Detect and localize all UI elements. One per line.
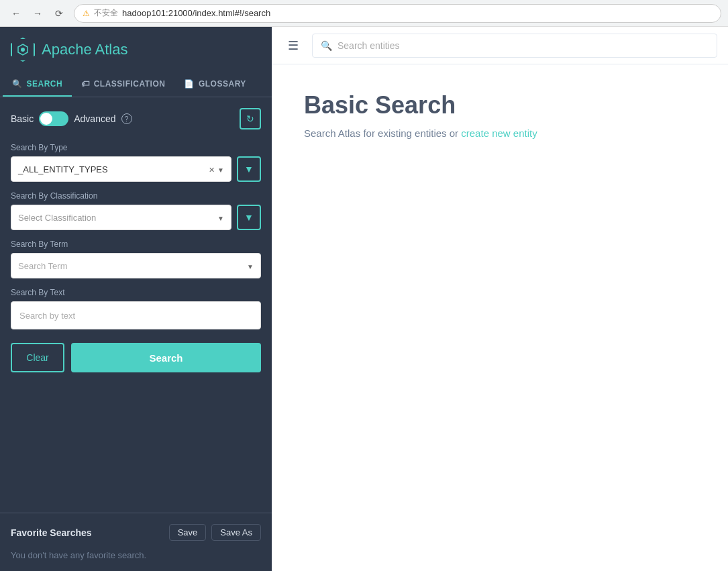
no-favorites-message: You don't have any favorite search. (11, 550, 261, 560)
search-by-classification-row: Select Classification ▼ (11, 205, 261, 230)
back-button[interactable]: ← (7, 4, 25, 23)
global-search-input[interactable] (337, 40, 709, 51)
basic-advanced-toggle[interactable] (39, 111, 68, 126)
type-filter-button[interactable]: ▼ (237, 156, 261, 182)
toggle-left: Basic Advanced ? (11, 111, 132, 126)
action-buttons: Clear Search (11, 343, 261, 372)
search-term-placeholder: Search Term (18, 261, 67, 271)
main-header: ☰ 🔍 (272, 27, 728, 64)
search-tab-icon: 🔍 (12, 79, 23, 89)
search-by-term-label: Search By Term (11, 240, 261, 249)
clear-button[interactable]: Clear (11, 343, 64, 372)
dropdown-arrow-type (217, 164, 224, 174)
search-by-type-value: _ALL_ENTITY_TYPES (18, 164, 209, 174)
app-title: Apache Atlas (42, 41, 127, 58)
help-icon[interactable]: ? (121, 113, 132, 124)
refresh-icon: ↻ (246, 113, 254, 124)
nav-tabs: 🔍 SEARCH 🏷 CLASSIFICATION 📄 GLOSSARY (0, 72, 272, 97)
funnel-icon-classification: ▼ (244, 212, 254, 223)
save-button[interactable]: Save (169, 524, 207, 541)
tab-classification-label: CLASSIFICATION (94, 79, 166, 89)
url-text: hadoop101:21000/index.html#!/search (122, 8, 270, 18)
select-actions (209, 164, 224, 174)
funnel-icon-type: ▼ (244, 164, 254, 174)
search-by-classification-label: Search By Classification (11, 191, 261, 201)
browser-nav: ← → ⟳ (7, 4, 68, 23)
search-button[interactable]: Search (71, 343, 261, 372)
clear-type-icon[interactable] (209, 164, 215, 174)
favorite-searches-section: Favorite Searches Save Save As You don't… (0, 513, 272, 571)
classification-dropdown-arrow (217, 213, 224, 223)
page-title: Basic Search (304, 91, 696, 119)
address-bar[interactable]: ⚠ 不安全 hadoop101:21000/index.html#!/searc… (74, 4, 721, 23)
app-container: Apache Atlas 🔍 SEARCH 🏷 CLASSIFICATION 📄… (0, 27, 728, 571)
sidebar: Apache Atlas 🔍 SEARCH 🏷 CLASSIFICATION 📄… (0, 27, 272, 571)
dropdown-arrow-term (247, 261, 254, 271)
browser-bar: ← → ⟳ ⚠ 不安全 hadoop101:21000/index.html#!… (0, 0, 728, 27)
page-subtitle-text: Search Atlas for existing entities or (304, 127, 461, 139)
tab-search[interactable]: 🔍 SEARCH (3, 72, 72, 97)
svg-point-0 (21, 48, 25, 52)
tag-icon: 🏷 (81, 79, 90, 89)
hamburger-button[interactable]: ☰ (282, 35, 304, 56)
favorite-title: Favorite Searches (11, 527, 92, 538)
advanced-label: Advanced (74, 113, 115, 124)
tab-glossary-label: GLOSSARY (199, 79, 246, 89)
book-icon: 📄 (184, 79, 195, 89)
logo-icon (11, 38, 35, 62)
search-panel: Basic Advanced ? ↻ Search By Type _ALL_E… (0, 97, 272, 513)
classification-filter-button[interactable]: ▼ (237, 205, 261, 230)
create-entity-link[interactable]: create new entity (461, 127, 537, 139)
search-by-type-label: Search By Type (11, 143, 261, 152)
global-search-icon: 🔍 (321, 40, 332, 51)
search-by-type-row: _ALL_ENTITY_TYPES ▼ (11, 156, 261, 182)
global-search-box[interactable]: 🔍 (312, 34, 717, 58)
search-by-text-input[interactable] (11, 301, 261, 329)
forward-button[interactable]: → (28, 4, 47, 23)
toggle-row: Basic Advanced ? ↻ (11, 108, 261, 129)
basic-label: Basic (11, 113, 34, 124)
dropdown-arrow-classification (217, 213, 224, 223)
warning-icon: ⚠ (83, 9, 90, 18)
page-subtitle: Search Atlas for existing entities or cr… (304, 127, 696, 139)
search-by-classification-placeholder: Select Classification (18, 213, 217, 223)
search-by-term-select[interactable]: Search Term (11, 253, 261, 278)
reload-button[interactable]: ⟳ (50, 4, 68, 23)
hamburger-icon: ☰ (288, 38, 299, 53)
main-body: Basic Search Search Atlas for existing e… (272, 64, 728, 166)
refresh-button[interactable]: ↻ (240, 108, 261, 129)
search-by-classification-select[interactable]: Select Classification (11, 205, 231, 230)
insecure-label: 不安全 (94, 7, 118, 19)
favorite-header: Favorite Searches Save Save As (11, 524, 261, 541)
tab-glossary[interactable]: 📄 GLOSSARY (174, 72, 255, 97)
toggle-knob (40, 113, 52, 125)
tab-classification[interactable]: 🏷 CLASSIFICATION (72, 72, 174, 97)
favorite-buttons: Save Save As (169, 524, 261, 541)
search-by-type-select[interactable]: _ALL_ENTITY_TYPES (11, 156, 231, 182)
logo-area: Apache Atlas (0, 27, 272, 72)
save-as-button[interactable]: Save As (211, 524, 261, 541)
main-content: ☰ 🔍 Basic Search Search Atlas for existi… (272, 27, 728, 571)
search-by-text-label: Search By Text (11, 288, 261, 297)
tab-search-label: SEARCH (27, 79, 63, 89)
